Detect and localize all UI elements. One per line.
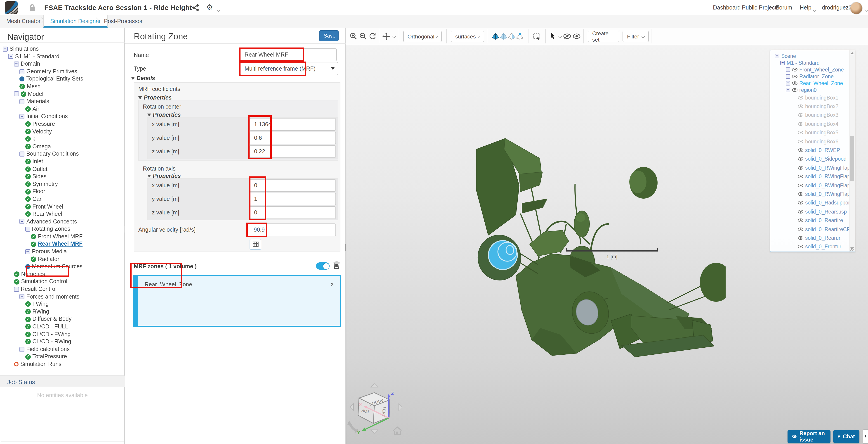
alert-tab[interactable]: ! <box>863 429 868 444</box>
expand-icon[interactable]: + <box>786 81 790 85</box>
user-menu-chevron-icon[interactable] <box>863 6 868 14</box>
filter-dropdown[interactable]: Filter <box>622 31 649 42</box>
type-select[interactable]: Multi reference frame (MRF) <box>240 62 338 75</box>
select-face-icon[interactable] <box>508 33 515 40</box>
details-section-header[interactable]: Details <box>131 75 155 82</box>
collapse-icon[interactable]: − <box>20 99 24 104</box>
show-icon[interactable] <box>573 33 581 39</box>
tree-item-field-calculations[interactable]: −Field calculations <box>0 346 124 353</box>
scene-item-radiator-zone[interactable]: +Radiator_Zone <box>770 73 850 80</box>
scene-item-boundingbox3[interactable]: boundingBox3 <box>770 111 850 120</box>
expand-icon[interactable]: + <box>786 74 790 79</box>
hide-icon[interactable] <box>563 33 571 39</box>
tree-item-rear-wheel-mrf[interactable]: ✓Rear Wheel MRF <box>0 240 124 248</box>
rotation-axis-x-input[interactable] <box>250 179 336 192</box>
collapse-icon[interactable]: − <box>775 54 779 58</box>
name-input[interactable] <box>240 49 337 61</box>
tree-item-front-wheel[interactable]: ✓Front Wheel <box>0 203 124 210</box>
tree-item-symmetry[interactable]: ✓Symmetry <box>0 180 124 188</box>
tree-item-cl-cd-full[interactable]: ✓CL/CD - FULL <box>0 323 124 330</box>
tree-item-radiator[interactable]: ✓Radiator <box>0 255 124 263</box>
collapse-icon[interactable]: − <box>25 249 30 254</box>
scene-item-solid-0-frontur[interactable]: solid_0_Frontur <box>770 242 850 251</box>
rotation-center-y-input[interactable] <box>250 131 336 144</box>
tree-item-simulation-control[interactable]: ✓Simulation Control <box>0 278 124 286</box>
mrf-zone-selection[interactable]: Rear_Wheel_Zone x <box>133 275 341 327</box>
tree-item-velocity[interactable]: ✓Velocity <box>0 128 124 135</box>
scroll-up-icon[interactable] <box>850 52 854 54</box>
cursor-chevron-icon[interactable] <box>557 35 561 37</box>
tree-item-sides[interactable]: ✓Sides <box>0 173 124 180</box>
tree-item-domain[interactable]: −Domain <box>0 60 124 68</box>
zone-visibility-toggle[interactable] <box>316 262 330 270</box>
tree-item-simulation-runs[interactable]: Simulation Runs <box>0 360 124 368</box>
scene-item-region0[interactable]: −region0 <box>770 86 850 93</box>
scene-item-solid-0-rwingflapc[interactable]: solid_0_RWingFlapC <box>770 181 850 190</box>
pan-tool-icon[interactable] <box>382 33 390 40</box>
visibility-eye-icon[interactable] <box>798 96 803 99</box>
nav-dashboard[interactable]: Dashboard <box>713 4 741 11</box>
tree-item-geometry-primitives[interactable]: +Geometry Primitives <box>0 68 124 75</box>
select-volume-light-icon[interactable] <box>500 33 507 40</box>
visibility-eye-icon[interactable] <box>798 192 803 196</box>
scene-item-boundingbox6[interactable]: boundingBox6 <box>770 137 850 146</box>
tree-item-mesh[interactable]: ✓Mesh <box>0 83 124 90</box>
visibility-eye-icon[interactable] <box>792 81 798 85</box>
rotation-center-z-input[interactable] <box>250 145 336 158</box>
settings-chevron-icon[interactable] <box>215 6 220 14</box>
visibility-eye-icon[interactable] <box>798 166 803 170</box>
visibility-eye-icon[interactable] <box>798 245 803 248</box>
job-status-header[interactable]: Job Status <box>0 376 125 387</box>
collapse-icon[interactable]: − <box>20 294 24 299</box>
tab-mesh-creator[interactable]: Mesh Creator <box>0 16 47 28</box>
tree-item-fwing[interactable]: ✓FWing <box>0 300 124 308</box>
table-input-button[interactable] <box>250 239 261 250</box>
report-issue-button[interactable]: Report an issue <box>787 430 831 443</box>
projection-dropdown[interactable]: Orthogonal <box>403 31 442 42</box>
tree-item-simulations[interactable]: −Simulations <box>0 45 124 53</box>
tree-item-cl-cd-fwing[interactable]: ✓CL/CD - FWing <box>0 330 124 338</box>
visibility-eye-icon[interactable] <box>798 131 803 135</box>
tree-item-k[interactable]: ✓k <box>0 135 124 143</box>
tab-post-processor[interactable]: Post-Processor <box>98 16 149 28</box>
select-vertex-icon[interactable] <box>516 33 524 40</box>
tree-item-pressure[interactable]: ✓Pressure <box>0 120 124 128</box>
visibility-eye-icon[interactable] <box>798 140 803 143</box>
tree-item-front-wheel-mrf[interactable]: ✓Front Wheel MRF <box>0 233 124 240</box>
rotation-axis-y-input[interactable] <box>250 193 336 205</box>
scene-item-m1-standard[interactable]: −M1 - Standard <box>770 59 850 66</box>
scene-item-boundingbox4[interactable]: boundingBox4 <box>770 119 850 128</box>
expand-icon[interactable]: + <box>786 67 790 72</box>
tree-item-porous-media[interactable]: −Porous Media <box>0 248 124 255</box>
collapse-icon[interactable]: − <box>8 54 13 59</box>
scene-item-solid-0-rwep[interactable]: solid_0_RWEP <box>770 146 850 155</box>
collapse-icon[interactable]: − <box>14 287 19 292</box>
nav-forum[interactable]: Forum <box>776 4 792 11</box>
remove-zone-button[interactable]: x <box>331 280 334 287</box>
scene-item-solid-0-sidepood[interactable]: solid_0_Sidepood <box>770 154 850 163</box>
visibility-eye-icon[interactable] <box>798 227 803 231</box>
scene-item-boundingbox5[interactable]: boundingBox5 <box>770 128 850 137</box>
scene-item-solid-0-rearur[interactable]: solid_0_Rearur <box>770 234 850 242</box>
viewport-3d[interactable]: Orthogonal surfaces <box>346 28 868 444</box>
car-model[interactable] <box>463 118 725 357</box>
tree-item-car[interactable]: ✓Car <box>0 196 124 203</box>
scene-item-solid-0-rwingflapd[interactable]: solid_0_RWingFlapD <box>770 190 850 199</box>
collapse-icon[interactable]: − <box>14 61 19 66</box>
tree-item-forces-and-moments[interactable]: −Forces and moments <box>0 293 124 300</box>
scene-item-solid-0-radsupport[interactable]: solid_0_Radsupport <box>770 198 850 207</box>
create-set-button[interactable]: Create set <box>588 31 619 42</box>
scene-item-front-wheel-zone[interactable]: +Front_Wheel_Zone <box>770 66 850 73</box>
tree-item-initial-conditions[interactable]: −Initial Conditions <box>0 113 124 120</box>
resize-handle-icon[interactable] <box>850 246 855 251</box>
scene-item-solid-0-rwingflapb[interactable]: solid_0_RWingFlapB <box>770 172 850 181</box>
nav-help[interactable]: Help <box>800 4 811 11</box>
tree-item-topological-entity-sets[interactable]: Topological Entity Sets <box>0 75 124 83</box>
settings-gear-icon[interactable]: ⚙ <box>206 3 213 12</box>
visibility-eye-icon[interactable] <box>798 122 803 126</box>
reset-view-icon[interactable] <box>369 33 376 40</box>
tree-item-s1-m1-standard[interactable]: −S1 M1 - Standard <box>0 53 124 60</box>
tree-item-rwing[interactable]: ✓RWing <box>0 308 124 316</box>
tree-item-inlet[interactable]: ✓Inlet <box>0 158 124 165</box>
collapse-icon[interactable]: − <box>3 47 8 52</box>
